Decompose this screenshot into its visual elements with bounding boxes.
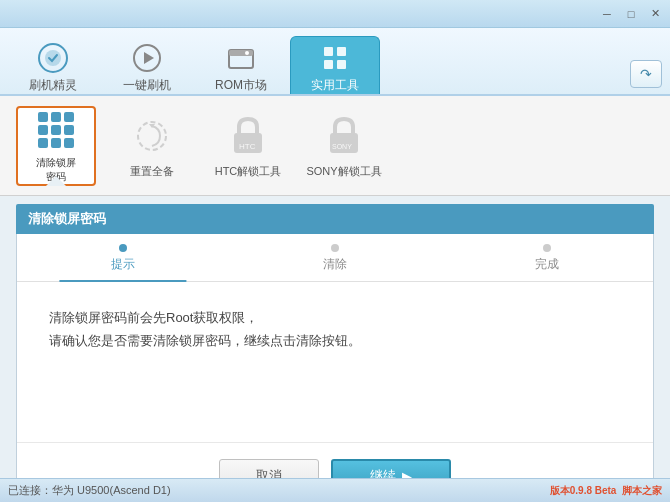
close-button[interactable]: ✕	[644, 5, 666, 23]
step-hint-label: 提示	[111, 256, 135, 273]
utilities-icon	[317, 40, 353, 76]
svg-marker-3	[144, 52, 154, 64]
status-bar: 已连接：华为 U9500(Ascend D1) 版本0.9.8 Beta 脚本之…	[0, 478, 670, 502]
tool-htc-unlock[interactable]: HTC HTC解锁工具	[208, 106, 288, 186]
version-text: 版本0.9.8 Beta	[550, 485, 617, 496]
svg-rect-7	[324, 47, 333, 56]
htc-lock-icon: HTC	[224, 112, 272, 160]
svg-point-1	[45, 50, 61, 66]
tool-lock-screen[interactable]: 清除锁屏密码	[16, 106, 96, 186]
svg-text:HTC: HTC	[239, 142, 256, 151]
dialog-body: 提示 清除 完成 清除锁屏密码前会先Root获取权限， 请确认您是否需要清除锁屏…	[16, 234, 654, 502]
tab-phone-wizard[interactable]: 刷机精灵	[8, 36, 98, 94]
tab-phone-wizard-label: 刷机精灵	[29, 79, 77, 91]
nav-right: ↷	[630, 60, 662, 88]
reset-icon	[128, 112, 176, 160]
step-done-label: 完成	[535, 256, 559, 273]
back-button[interactable]: ↷	[630, 60, 662, 88]
svg-point-6	[245, 51, 249, 55]
tool-reset[interactable]: 重置全备	[112, 106, 192, 186]
tool-sony-label: SONY解锁工具	[306, 164, 381, 179]
content-line1: 清除锁屏密码前会先Root获取权限，	[49, 306, 621, 329]
svg-rect-8	[337, 47, 346, 56]
lock-screen-grid-icon	[32, 108, 80, 152]
tool-htc-label: HTC解锁工具	[215, 164, 282, 179]
step-clean-label: 清除	[323, 256, 347, 273]
content-wrapper: 清除锁屏密码 提示 清除 完成 清除锁屏密码前会先Root获取权限， 请确认您是…	[0, 196, 670, 478]
tool-sony-unlock[interactable]: SONY SONY解锁工具	[304, 106, 384, 186]
content-line2: 请确认您是否需要清除锁屏密码，继续点击清除按钮。	[49, 329, 621, 352]
svg-text:SONY: SONY	[332, 143, 352, 150]
dialog-content: 清除锁屏密码前会先Root获取权限， 请确认您是否需要清除锁屏密码，继续点击清除…	[17, 282, 653, 442]
step-clean: 清除	[229, 244, 441, 281]
svg-rect-9	[324, 60, 333, 69]
maximize-button[interactable]: □	[620, 5, 642, 23]
svg-rect-5	[229, 50, 253, 56]
connected-text: 已连接：华为 U9500(Ascend D1)	[8, 483, 171, 498]
title-bar: ─ □ ✕	[0, 0, 670, 28]
step-done: 完成	[441, 244, 653, 281]
minimize-button[interactable]: ─	[596, 5, 618, 23]
tab-one-click-label: 一键刷机	[123, 79, 171, 91]
tab-rom-market-label: ROM市场	[215, 79, 267, 91]
step-clean-dot	[331, 244, 339, 252]
active-arrow	[46, 176, 66, 186]
step-hint: 提示	[17, 244, 229, 281]
one-click-icon	[129, 40, 165, 76]
step-done-dot	[543, 244, 551, 252]
svg-rect-10	[337, 60, 346, 69]
rom-market-icon	[223, 40, 259, 76]
tab-rom-market[interactable]: ROM市场	[196, 36, 286, 94]
tab-one-click[interactable]: 一键刷机	[102, 36, 192, 94]
phone-wizard-icon	[35, 40, 71, 76]
tool-reset-label: 重置全备	[130, 164, 174, 179]
dialog-title: 清除锁屏密码	[16, 204, 654, 234]
sub-tools-bar: 清除锁屏密码 重置全备 HTC HTC解锁工具	[0, 96, 670, 196]
tab-utilities-label: 实用工具	[311, 79, 359, 91]
sony-lock-icon: SONY	[320, 112, 368, 160]
step-hint-dot	[119, 244, 127, 252]
tab-utilities[interactable]: 实用工具	[290, 36, 380, 94]
version-info: 版本0.9.8 Beta 脚本之家	[550, 484, 662, 498]
nav-tabs: 刷机精灵 一键刷机 ROM市场	[0, 28, 670, 96]
steps-bar: 提示 清除 完成	[17, 234, 653, 282]
